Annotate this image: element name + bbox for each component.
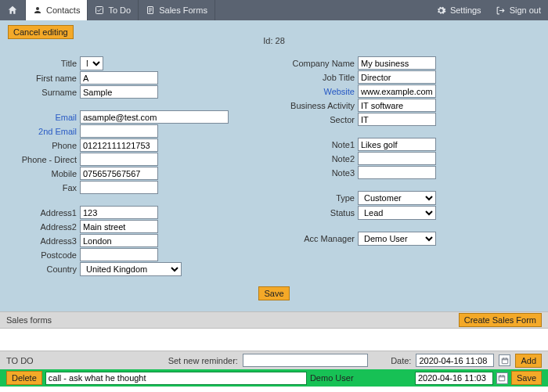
nav-settings[interactable]: Settings bbox=[429, 0, 489, 20]
add-button[interactable]: Add bbox=[515, 354, 542, 368]
todo-header: TO DO Set new reminder: Date: Add bbox=[0, 351, 548, 369]
mobile-input[interactable] bbox=[80, 167, 158, 180]
top-nav: Contacts To Do Sales Forms Settings Sign… bbox=[0, 0, 548, 20]
nav-todo[interactable]: To Do bbox=[88, 0, 139, 20]
delete-button[interactable]: Delete bbox=[6, 371, 42, 385]
row-firstname: First name bbox=[8, 71, 262, 85]
type-label: Type bbox=[286, 193, 358, 203]
todo-row: Delete Demo User Save bbox=[0, 369, 548, 387]
date-input[interactable] bbox=[416, 354, 494, 367]
whitespace bbox=[0, 329, 548, 351]
salesforms-bar: Sales forms Create Sales Form bbox=[0, 311, 548, 329]
fax-input[interactable] bbox=[80, 181, 158, 194]
email2-input[interactable] bbox=[80, 124, 158, 138]
row-addr1: Address1 bbox=[8, 206, 262, 219]
row-accmgr: Acc Manager Demo User bbox=[286, 232, 540, 246]
nav-signout[interactable]: Sign out bbox=[489, 0, 548, 20]
row-title: Title Mr bbox=[8, 56, 262, 70]
phone-label: Phone bbox=[8, 141, 80, 150]
addr2-input[interactable] bbox=[80, 220, 158, 233]
create-salesform-button[interactable]: Create Sales Form bbox=[459, 313, 542, 327]
company-label: Company Name bbox=[286, 59, 358, 68]
row-activity: Business Activity bbox=[286, 99, 540, 112]
nav-contacts[interactable]: Contacts bbox=[26, 0, 88, 20]
email-input[interactable] bbox=[80, 110, 229, 124]
id-row: Id: 28 bbox=[8, 36, 540, 45]
signout-icon bbox=[496, 5, 506, 16]
phone-input[interactable] bbox=[80, 138, 158, 152]
calendar-icon[interactable] bbox=[499, 354, 510, 366]
row-save-button[interactable]: Save bbox=[511, 371, 542, 385]
nav-signout-label: Sign out bbox=[510, 5, 541, 15]
activity-label: Business Activity bbox=[286, 101, 358, 110]
accmgr-select[interactable]: Demo User bbox=[358, 232, 436, 246]
nav-home[interactable] bbox=[0, 0, 26, 20]
status-select[interactable]: Lead bbox=[358, 206, 436, 220]
status-label: Status bbox=[286, 208, 358, 218]
email2-label[interactable]: 2nd Email bbox=[8, 127, 80, 136]
todo-desc-input[interactable] bbox=[45, 372, 307, 385]
document-icon bbox=[146, 5, 155, 15]
id-value: 28 bbox=[276, 36, 285, 45]
row-addr3: Address3 bbox=[8, 234, 262, 247]
addr3-input[interactable] bbox=[80, 234, 158, 247]
reminder-input[interactable] bbox=[243, 354, 368, 367]
note1-input[interactable] bbox=[358, 138, 436, 151]
row-country: Country United Kingdom bbox=[8, 262, 262, 276]
note1-label: Note1 bbox=[286, 140, 358, 149]
row-company: Company Name bbox=[286, 56, 540, 70]
row-mobile: Mobile bbox=[8, 167, 262, 180]
row-email: Email bbox=[8, 110, 262, 124]
addr1-label: Address1 bbox=[8, 208, 80, 218]
postcode-input[interactable] bbox=[80, 248, 158, 261]
save-button[interactable]: Save bbox=[258, 286, 289, 300]
row-note1: Note1 bbox=[286, 138, 540, 151]
country-label: Country bbox=[8, 264, 80, 274]
country-select[interactable]: United Kingdom bbox=[80, 262, 182, 276]
sector-input[interactable] bbox=[358, 113, 436, 126]
salesforms-bar-label: Sales forms bbox=[6, 315, 52, 325]
todo-dt-input[interactable] bbox=[415, 372, 493, 385]
surname-input[interactable] bbox=[80, 85, 158, 99]
person-icon bbox=[33, 5, 42, 15]
calendar-icon[interactable] bbox=[496, 372, 508, 384]
reminder-label: Set new reminder: bbox=[168, 356, 238, 365]
activity-input[interactable] bbox=[358, 99, 436, 112]
company-input[interactable] bbox=[358, 56, 436, 70]
firstname-input[interactable] bbox=[80, 71, 158, 85]
row-jobtitle: Job Title bbox=[286, 70, 540, 84]
website-input[interactable] bbox=[358, 85, 436, 98]
website-label[interactable]: Website bbox=[286, 87, 358, 96]
sector-label: Sector bbox=[286, 115, 358, 124]
type-select[interactable]: Customer bbox=[358, 191, 436, 205]
phonedirect-label: Phone - Direct bbox=[8, 155, 80, 164]
note2-input[interactable] bbox=[358, 152, 436, 165]
id-label: Id: bbox=[263, 36, 272, 45]
title-select[interactable]: Mr bbox=[80, 56, 103, 70]
row-note2: Note2 bbox=[286, 152, 540, 165]
contact-panel: Cancel editing Id: 28 Title Mr First nam… bbox=[0, 20, 548, 311]
row-phonedirect: Phone - Direct bbox=[8, 153, 262, 166]
email-label[interactable]: Email bbox=[8, 113, 80, 122]
gear-icon bbox=[436, 5, 446, 16]
row-website: Website bbox=[286, 85, 540, 98]
date-label: Date: bbox=[391, 356, 411, 365]
jobtitle-input[interactable] bbox=[358, 70, 436, 84]
svg-rect-2 bbox=[502, 358, 508, 364]
note3-input[interactable] bbox=[358, 166, 436, 179]
note3-label: Note3 bbox=[286, 168, 358, 178]
row-phone: Phone bbox=[8, 138, 262, 152]
row-sector: Sector bbox=[286, 113, 540, 126]
right-column: Company Name Job Title Website Business … bbox=[286, 56, 540, 277]
postcode-label: Postcode bbox=[8, 250, 80, 260]
cancel-editing-button[interactable]: Cancel editing bbox=[8, 25, 74, 39]
nav-salesforms[interactable]: Sales Forms bbox=[139, 0, 215, 20]
phonedirect-input[interactable] bbox=[80, 153, 158, 166]
accmgr-label: Acc Manager bbox=[286, 234, 358, 243]
surname-label: Surname bbox=[8, 88, 80, 97]
row-type: Type Customer bbox=[286, 191, 540, 205]
addr1-input[interactable] bbox=[80, 206, 158, 219]
addr3-label: Address3 bbox=[8, 236, 80, 246]
nav-spacer bbox=[215, 0, 429, 20]
title-label: Title bbox=[8, 59, 80, 68]
